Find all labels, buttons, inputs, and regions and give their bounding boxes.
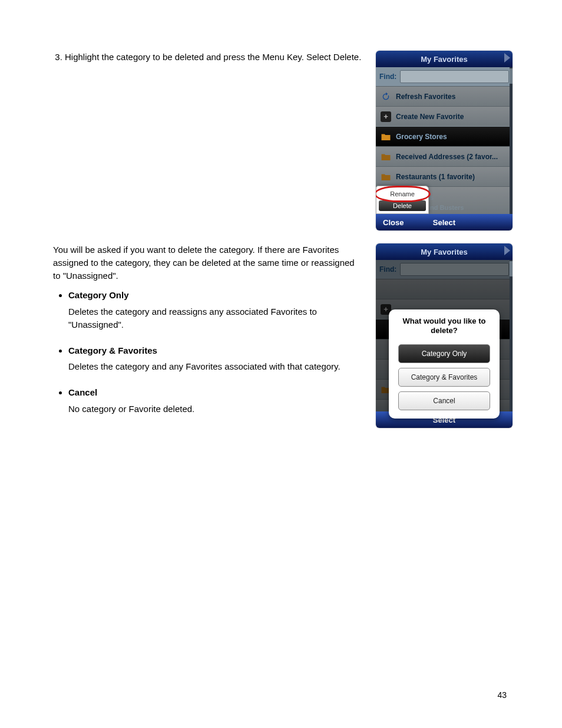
plus-icon: + bbox=[381, 111, 391, 122]
find-label-1: Find: bbox=[379, 73, 396, 81]
hidden-row-text1: s bbox=[430, 194, 434, 201]
find-input-1[interactable] bbox=[400, 70, 509, 83]
find-row-2: Find: bbox=[376, 260, 513, 279]
menu-rename[interactable]: Rename bbox=[376, 188, 428, 200]
context-menu: Rename Delete bbox=[376, 186, 429, 214]
item-grocery-label: Grocery Stores bbox=[396, 133, 447, 141]
list-item bbox=[376, 279, 513, 299]
item-create-label: Create New Favorite bbox=[396, 113, 464, 121]
opt2-desc: Deletes the category and any Favorites a… bbox=[68, 361, 340, 371]
footer-close[interactable]: Close bbox=[383, 218, 404, 227]
titlebar-1: My Favorites bbox=[376, 51, 513, 67]
item-received[interactable]: Received Addresses (2 favor... bbox=[376, 146, 513, 166]
find-input-2[interactable] bbox=[400, 263, 509, 276]
menu-delete[interactable]: Delete bbox=[379, 200, 426, 211]
item-restaurants[interactable]: Restaurants (1 favorite) bbox=[376, 166, 513, 186]
opt1-desc: Deletes the category and reassigns any a… bbox=[68, 307, 317, 330]
titlebar-2: My Favorites bbox=[376, 243, 513, 260]
titlebar-2-label: My Favorites bbox=[421, 248, 467, 256]
opt3-title: Cancel bbox=[68, 386, 362, 399]
opt2-title: Category & Favorites bbox=[68, 344, 362, 357]
delete-dialog: What would you like to delete? Category … bbox=[389, 309, 500, 419]
find-label-2: Find: bbox=[379, 265, 396, 274]
btn-cancel[interactable]: Cancel bbox=[398, 391, 490, 410]
next-arrow-icon[interactable] bbox=[504, 53, 510, 62]
dialog-question: What would you like to delete? bbox=[395, 317, 494, 336]
hidden-row-text2: nd Busters bbox=[430, 204, 464, 211]
scrollbar-track bbox=[510, 67, 513, 214]
folder-icon bbox=[381, 172, 391, 182]
item-create[interactable]: + Create New Favorite bbox=[376, 106, 513, 126]
folder-icon bbox=[381, 131, 391, 142]
page-number: 43 bbox=[497, 690, 507, 700]
opt3-desc: No category or Favorite deleted. bbox=[68, 404, 194, 414]
btn-category-only[interactable]: Category Only bbox=[398, 344, 490, 363]
screenshot-delete-dialog: My Favorites Find: + bbox=[376, 243, 513, 428]
item-refresh[interactable]: Refresh Favorites bbox=[376, 86, 513, 106]
item-refresh-label: Refresh Favorites bbox=[396, 93, 455, 101]
item-grocery[interactable]: Grocery Stores bbox=[376, 126, 513, 146]
refresh-icon bbox=[381, 284, 391, 295]
scrollbar-track bbox=[510, 260, 513, 411]
btn-category-favorites[interactable]: Category & Favorites bbox=[398, 368, 490, 387]
folder-icon bbox=[381, 151, 391, 162]
screenshot-context-menu: My Favorites Find: Refresh Favorites + C… bbox=[376, 51, 513, 230]
find-row-1: Find: bbox=[376, 67, 513, 86]
scrollbar-thumb[interactable] bbox=[510, 261, 513, 276]
scrollbar-thumb[interactable] bbox=[510, 68, 513, 84]
item-received-label: Received Addresses (2 favor... bbox=[396, 153, 498, 161]
step3-text: Highlight the category to be deleted and… bbox=[65, 52, 361, 62]
dialog-intro: You will be asked if you want to delete … bbox=[53, 245, 355, 281]
next-arrow-icon[interactable] bbox=[504, 246, 510, 255]
item-restaurants-label: Restaurants (1 favorite) bbox=[396, 173, 475, 181]
refresh-icon bbox=[381, 91, 391, 102]
footer-1: Close Select bbox=[376, 214, 513, 230]
footer-select[interactable]: Select bbox=[433, 218, 455, 227]
titlebar-1-label: My Favorites bbox=[421, 55, 467, 64]
opt1-title: Category Only bbox=[68, 289, 362, 302]
